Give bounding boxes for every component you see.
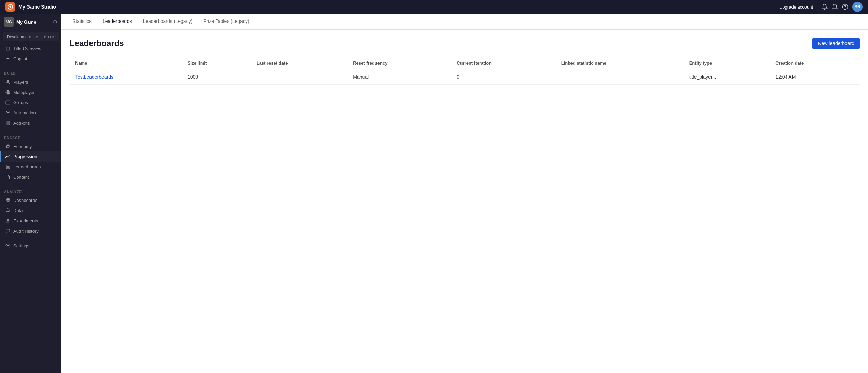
svg-point-5 — [7, 112, 9, 113]
sidebar-item-data[interactable]: Data — [0, 205, 61, 216]
upgrade-button[interactable]: Upgrade account — [775, 3, 817, 11]
svg-rect-13 — [9, 167, 10, 168]
col-reset-frequency: Reset frequency — [347, 57, 451, 69]
col-name: Name — [70, 57, 182, 69]
divider — [0, 238, 61, 238]
col-last-reset-date: Last reset date — [251, 57, 348, 69]
cell-linked-statistic-name — [556, 69, 684, 85]
cell-reset-frequency: Manual — [347, 69, 451, 85]
col-size-limit: Size limit — [182, 57, 251, 69]
tab-prize-tables-legacy[interactable]: Prize Tables (Legacy) — [198, 14, 254, 29]
tab-statistics[interactable]: Statistics — [67, 14, 97, 29]
leaderboards-table: Name Size limit Last reset date Reset fr… — [70, 57, 860, 85]
sidebar-item-title-overview[interactable]: ⊞ Title Overview — [0, 43, 61, 54]
cell-name[interactable]: TestLeaderboards — [70, 69, 182, 85]
svg-point-2 — [7, 80, 9, 82]
sidebar-item-label: Leaderboards — [13, 164, 41, 169]
progression-icon — [5, 154, 11, 159]
copilot-icon: ✦ — [5, 56, 11, 61]
leaderboards-icon — [5, 164, 11, 169]
sidebar-item-label: Title Overview — [13, 46, 41, 51]
tab-bar: Statistics Leaderboards Leaderboards (Le… — [61, 14, 868, 30]
sidebar-item-label: Automation — [13, 110, 36, 115]
svg-rect-6 — [6, 121, 8, 123]
sidebar-header: MG My Game ⚙ — [0, 14, 61, 30]
sidebar-item-label: Data — [13, 208, 23, 213]
divider — [0, 130, 61, 130]
cell-creation-date: 12:04 AM — [770, 69, 860, 85]
page-title: Leaderboards — [70, 39, 124, 48]
col-current-iteration: Current iteration — [451, 57, 556, 69]
cell-last-reset-date — [251, 69, 348, 85]
table-header-row: Name Size limit Last reset date Reset fr… — [70, 57, 860, 69]
new-leaderboard-button[interactable]: New leaderboard — [812, 38, 860, 49]
sidebar-item-label: Add-ons — [13, 121, 30, 126]
help-icon[interactable] — [842, 4, 848, 10]
env-name: Development — [7, 34, 31, 39]
notifications-icon[interactable] — [822, 4, 828, 10]
tab-leaderboards-legacy[interactable]: Leaderboards (Legacy) — [137, 14, 198, 29]
game-settings-icon[interactable]: ⚙ — [53, 19, 57, 25]
sidebar-item-label: Content — [13, 175, 29, 180]
experiments-icon — [5, 218, 11, 223]
svg-rect-12 — [8, 166, 8, 169]
divider — [0, 66, 61, 66]
logo-icon — [5, 2, 15, 12]
divider — [0, 184, 61, 184]
players-icon — [5, 79, 11, 85]
table-row: TestLeaderboards 1000 Manual 0 title_pla… — [70, 69, 860, 85]
avatar[interactable]: BR — [852, 2, 863, 12]
svg-rect-15 — [8, 198, 10, 200]
content-icon — [5, 174, 11, 180]
tab-leaderboards[interactable]: Leaderboards — [97, 14, 137, 29]
sidebar-item-economy[interactable]: Economy — [0, 141, 61, 151]
sidebar-item-label: Dashboards — [13, 198, 37, 203]
game-icon: MG — [4, 17, 14, 27]
sidebar-item-label: Groups — [13, 100, 28, 105]
svg-rect-17 — [8, 201, 10, 202]
leaderboard-link[interactable]: TestLeaderboards — [75, 74, 113, 80]
env-quota: 0/100K — [43, 35, 55, 39]
multiplayer-icon — [5, 89, 11, 95]
section-label-build: BUILD — [0, 68, 61, 77]
col-linked-statistic-name: Linked statistic name — [556, 57, 684, 69]
sidebar-item-copilot[interactable]: ✦ Copilot — [0, 54, 61, 64]
sidebar-item-leaderboards[interactable]: Leaderboards — [0, 162, 61, 172]
cell-entity-type: title_player... — [684, 69, 770, 85]
sidebar-item-players[interactable]: Players — [0, 77, 61, 87]
sidebar-item-label: Multiplayer — [13, 90, 35, 95]
top-actions: Upgrade account BR — [775, 2, 863, 12]
settings-icon — [5, 243, 11, 248]
audit-history-icon — [5, 228, 11, 234]
sidebar-item-label: Settings — [13, 243, 29, 248]
svg-rect-14 — [6, 198, 8, 200]
sidebar-item-audit-history[interactable]: Audit History — [0, 226, 61, 236]
dashboards-icon — [5, 197, 11, 203]
section-label-engage: ENGAGE — [0, 133, 61, 141]
page-content: Leaderboards New leaderboard Name Size l… — [61, 30, 868, 373]
sidebar-item-groups[interactable]: Groups — [0, 97, 61, 108]
bell-icon[interactable] — [832, 4, 838, 10]
automation-icon — [5, 110, 11, 115]
game-name: My Game — [16, 19, 36, 25]
sidebar-item-label: Copilot — [13, 56, 27, 61]
environment-selector[interactable]: Development ▾ 0/100K — [3, 32, 59, 41]
svg-rect-16 — [6, 201, 8, 202]
cell-size-limit: 1000 — [182, 69, 251, 85]
sidebar-item-multiplayer[interactable]: Multiplayer — [0, 87, 61, 97]
sidebar-section-general: ⊞ Title Overview ✦ Copilot — [0, 43, 61, 64]
sidebar-item-label: Experiments — [13, 218, 38, 223]
cell-current-iteration: 0 — [451, 69, 556, 85]
sidebar-item-settings[interactable]: Settings — [0, 240, 61, 251]
sidebar-item-label: Audit History — [13, 229, 39, 234]
sidebar-item-progression[interactable]: Progression — [0, 151, 61, 162]
svg-marker-10 — [6, 144, 10, 148]
sidebar-item-addons[interactable]: Add-ons — [0, 118, 61, 128]
sidebar-item-experiments[interactable]: Experiments — [0, 216, 61, 226]
page-header: Leaderboards New leaderboard — [70, 38, 860, 49]
sidebar-item-automation[interactable]: Automation — [0, 108, 61, 118]
col-entity-type: Entity type — [684, 57, 770, 69]
sidebar-item-content[interactable]: Content — [0, 172, 61, 182]
table-header: Name Size limit Last reset date Reset fr… — [70, 57, 860, 69]
sidebar-item-dashboards[interactable]: Dashboards — [0, 195, 61, 205]
